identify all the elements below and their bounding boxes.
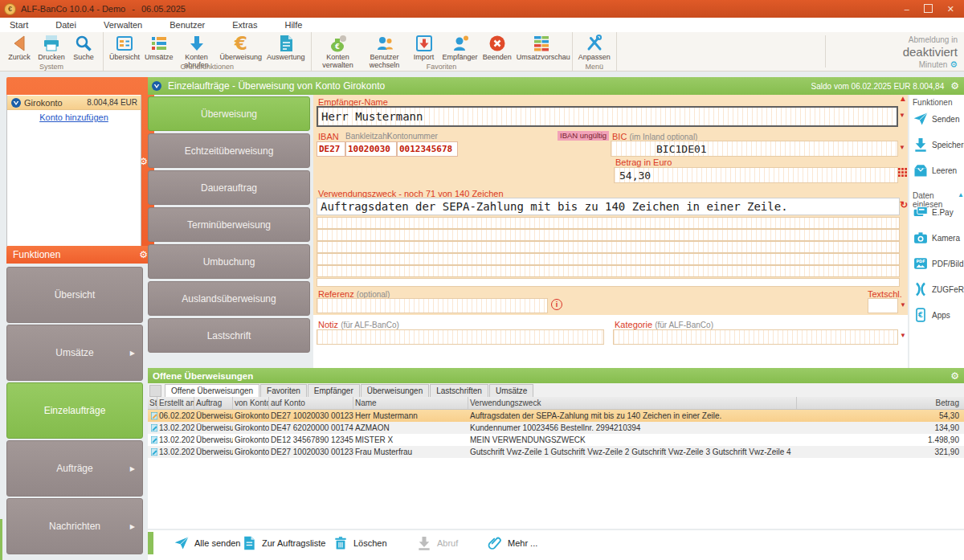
menu-extras[interactable]: Extras <box>232 20 257 30</box>
menu-verwalten[interactable]: Verwalten <box>104 20 142 30</box>
empfaenger-dropdown-icon[interactable]: ▼ <box>899 112 905 119</box>
vwz-line7-input[interactable] <box>317 278 900 287</box>
info-icon[interactable]: i <box>551 299 562 310</box>
anpassen-button[interactable]: Anpassen <box>576 33 613 63</box>
referenz-input[interactable] <box>317 298 548 313</box>
vwz-line1-input[interactable]: Auftragsdaten der SEPA-Zahlung mit bis z… <box>317 198 900 215</box>
tab-umsaetze[interactable]: Umsätze <box>489 384 533 397</box>
zurueck-button[interactable]: Zurück <box>3 33 35 63</box>
zugferd-button[interactable]: ZUGFeRD <box>913 281 964 297</box>
empfaenger-button[interactable]: Empfänger <box>440 33 480 63</box>
pdf-bild-button[interactable]: PDF PDF/Bild <box>913 255 963 272</box>
printer-icon <box>42 34 61 53</box>
sidebar-item-umsaetze[interactable]: Umsätze▶ <box>6 325 143 381</box>
epay-button[interactable]: E.Pay <box>913 204 954 220</box>
sidebar-item-einzelauftraege[interactable]: Einzelaufträge <box>6 382 143 439</box>
refresh-icon[interactable]: ↻ <box>900 199 908 211</box>
kategorie-dropdown-icon[interactable]: ▼ <box>900 332 906 339</box>
kontonummer-input[interactable]: 0012345678 <box>397 141 458 157</box>
table-row[interactable]: 13.02.2025 Überweisung Girokonto DE47 62… <box>148 422 964 434</box>
calculator-grid-icon[interactable] <box>898 168 907 177</box>
window-title: ALF-BanCo 10.0.4 - Demo <box>21 4 125 14</box>
ueberweisung-button[interactable]: € Überweisung <box>218 33 265 63</box>
tab-ueberweisung[interactable]: Überweisung <box>148 96 310 131</box>
umsatzvorschau-button[interactable]: Umsatzvorschau <box>514 33 569 63</box>
maximize-icon[interactable] <box>924 4 933 13</box>
drucken-button[interactable]: Drucken <box>35 33 67 63</box>
scroll-top-icon[interactable]: ▲ <box>899 94 907 103</box>
vwz-line5-input[interactable] <box>317 253 900 265</box>
tab-lastschrift[interactable]: Lastschrift <box>148 318 310 353</box>
tab-scroll-button[interactable] <box>149 385 161 397</box>
sidebar-item-uebersicht[interactable]: Übersicht <box>6 267 143 323</box>
textschluessel-input[interactable] <box>868 298 898 313</box>
bank-logo-icon <box>11 98 21 108</box>
transfer-status-icon <box>150 411 157 420</box>
tab-dauerauftrag[interactable]: Dauerauftrag <box>148 170 310 205</box>
import-button[interactable]: Import <box>408 33 440 63</box>
sidebar-item-nachrichten[interactable]: Nachrichten▶ <box>6 498 143 554</box>
loeschen-button[interactable]: Löschen <box>333 535 387 551</box>
apps-button[interactable]: € Apps <box>913 307 950 323</box>
add-account-link[interactable]: Konto hinzufügen <box>7 112 141 122</box>
transfer-status-icon <box>150 448 157 456</box>
bic-input[interactable]: BIC1DE01 <box>611 141 898 157</box>
main-header-gear-icon[interactable]: ⚙ <box>950 80 959 92</box>
tab-ueberweisungen[interactable]: Überweisungen <box>361 384 430 397</box>
empfaenger-input[interactable]: Herr Mustermann <box>317 106 898 127</box>
minimize-icon[interactable]: – <box>905 4 909 14</box>
menu-benutzer[interactable]: Benutzer <box>170 20 205 30</box>
kamera-button[interactable]: Kamera <box>913 230 960 246</box>
panel-edge-strip <box>148 532 153 554</box>
close-icon[interactable]: ✕ <box>947 4 954 14</box>
tab-empfaenger[interactable]: Empfänger <box>308 384 360 397</box>
umsaetze-button[interactable]: Umsätze <box>142 33 176 63</box>
alf-banco-window: € ALF-BanCo 10.0.4 - Demo - 06.05.2025 –… <box>0 0 964 560</box>
alle-senden-button[interactable]: Alle senden <box>174 535 241 551</box>
bic-dropdown-icon[interactable]: ▼ <box>899 144 905 151</box>
table-row[interactable]: 13.02.2025 Überweisung Girokonto DE27 10… <box>148 446 964 458</box>
iban-prefix-input[interactable]: DE27 <box>317 141 345 157</box>
tab-favoriten[interactable]: Favoriten <box>260 384 307 397</box>
textschluessel-dropdown-icon[interactable]: ▼ <box>900 301 906 309</box>
table-row[interactable]: 06.02.2025 Überweisung Girokonto DE27 10… <box>148 410 964 422</box>
auswertung-button[interactable]: Auswertung <box>264 33 308 63</box>
tab-auslandsueberweisung[interactable]: Auslandsüberweisung <box>148 281 310 316</box>
menu-start[interactable]: Start <box>10 20 28 30</box>
ribbon-group-menue: Anpassen Menü <box>573 32 617 71</box>
senden-button[interactable]: Senden <box>913 111 959 127</box>
overview-icon <box>115 34 134 53</box>
funktionen-gear-icon[interactable]: ⚙ <box>139 249 148 260</box>
logout-gear-icon[interactable]: ⚙ <box>950 59 958 69</box>
bottom-gear-icon[interactable]: ⚙ <box>950 370 959 382</box>
vwz-line4-input[interactable] <box>317 241 900 253</box>
speichern-button[interactable]: Speichern <box>913 137 964 153</box>
tab-umbuchung[interactable]: Umbuchung <box>148 244 310 279</box>
mehr-button[interactable]: Mehr ... <box>487 535 537 551</box>
vwz-line3-input[interactable] <box>317 229 900 241</box>
konto-label: Kontonummer <box>387 132 438 141</box>
suche-button[interactable]: Suche <box>67 33 100 63</box>
tab-offene-ueberweisungen[interactable]: Offene Überweisungen <box>165 384 259 397</box>
bank-logo-icon <box>152 81 161 91</box>
notiz-input[interactable] <box>317 329 604 345</box>
tools-icon <box>585 34 604 53</box>
sidebar-item-auftraege[interactable]: Aufträge▶ <box>6 440 143 497</box>
tab-lastschriften[interactable]: Lastschriften <box>430 384 488 397</box>
beenden-button[interactable]: Beenden <box>480 33 514 63</box>
uebersicht-button[interactable]: Übersicht <box>107 33 142 63</box>
table-row[interactable]: 13.02.2025 Überweisung Girokonto DE12 34… <box>148 434 964 446</box>
blz-input[interactable]: 10020030 <box>345 141 397 157</box>
leeren-button[interactable]: Leeren <box>913 162 957 178</box>
tab-echtzeitueberweisung[interactable]: Echtzeitüberweisung <box>148 133 310 168</box>
account-row-girokonto[interactable]: Girokonto 8.004,84 EUR <box>7 96 141 110</box>
menu-hilfe[interactable]: Hilfe <box>284 20 302 30</box>
vwz-line2-input[interactable] <box>317 217 900 229</box>
collapse-up-icon[interactable]: ▲ <box>958 191 964 198</box>
kategorie-input[interactable] <box>613 329 898 345</box>
tab-terminueberweisung[interactable]: Terminüberweisung <box>148 207 310 242</box>
zur-auftragsliste-button[interactable]: Zur Auftragsliste <box>241 535 325 551</box>
betrag-input[interactable]: 54,30 <box>614 167 898 183</box>
vwz-line6-input[interactable] <box>317 265 900 277</box>
menu-datei[interactable]: Datei <box>55 20 76 30</box>
